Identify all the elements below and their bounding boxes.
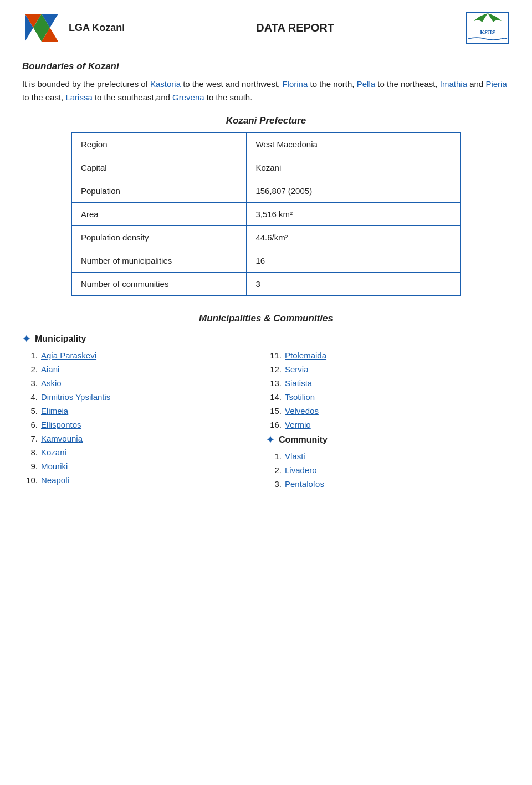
table-row: RegionWest Macedonia <box>71 132 461 156</box>
table-value: Kozani <box>247 156 461 179</box>
municipality-link[interactable]: Kozani <box>41 448 66 457</box>
list-item: 3.Askio <box>22 378 266 388</box>
list-item: 10.Neapoli <box>22 475 266 485</box>
community-header-label: Community <box>279 435 328 445</box>
table-label: Population <box>71 179 247 203</box>
list-item: 5.Elimeia <box>22 406 266 415</box>
municipality-header: ✦ Municipality <box>22 333 510 345</box>
org-name: LGA Kozani <box>69 22 125 34</box>
intro-text: It is bounded by the prefectures of Kast… <box>22 78 510 104</box>
logo-right-icon: κεπε <box>466 11 510 44</box>
table-row: Number of municipalities16 <box>71 249 461 273</box>
table-row: CapitalKozani <box>71 156 461 179</box>
list-num: 2. <box>22 365 38 374</box>
table-label: Population density <box>71 226 247 249</box>
right-column: 11.Ptolemaida12.Servia13.Siatista14.Tsot… <box>266 351 510 493</box>
link-pieria[interactable]: Pieria <box>485 79 507 89</box>
report-title: DATA REPORT <box>256 22 334 34</box>
table-row: Population density44.6/km² <box>71 226 461 249</box>
list-num: 4. <box>22 392 38 402</box>
municipality-link[interactable]: Kamvounia <box>41 434 83 443</box>
list-item: 12.Servia <box>266 365 510 374</box>
logo-left-icon <box>22 11 61 44</box>
municipality-link[interactable]: Neapoli <box>41 475 69 485</box>
municipality-link[interactable]: Askio <box>41 378 62 388</box>
list-num: 3. <box>266 479 282 489</box>
list-num: 14. <box>266 392 282 402</box>
link-kastoria[interactable]: Kastoria <box>150 79 181 89</box>
table-section: Kozani Prefecture RegionWest MacedoniaCa… <box>22 115 510 296</box>
list-num: 2. <box>266 465 282 475</box>
table-label: Capital <box>71 156 247 179</box>
list-item: 3.Pentalofos <box>266 479 510 489</box>
municipality-link[interactable]: Ptolemaida <box>285 351 326 360</box>
list-num: 13. <box>266 378 282 388</box>
left-column: 1.Agia Paraskevi2.Aiani3.Askio4.Dimitrio… <box>22 351 266 493</box>
table-row: Area3,516 km² <box>71 203 461 226</box>
list-num: 12. <box>266 365 282 374</box>
municipality-link[interactable]: Dimitrios Ypsilantis <box>41 392 110 402</box>
community-link[interactable]: Vlasti <box>285 451 305 461</box>
list-item: 9.Mouriki <box>22 461 266 471</box>
list-num: 3. <box>22 378 38 388</box>
list-item: 2.Livadero <box>266 465 510 475</box>
list-num: 1. <box>266 451 282 461</box>
municipality-link[interactable]: Mouriki <box>41 461 68 471</box>
link-pella[interactable]: Pella <box>357 79 375 89</box>
list-num: 8. <box>22 448 38 457</box>
community-link[interactable]: Livadero <box>285 465 317 475</box>
list-item: 15.Velvedos <box>266 406 510 415</box>
list-num: 6. <box>22 420 38 429</box>
list-num: 16. <box>266 420 282 429</box>
list-item: 11.Ptolemaida <box>266 351 510 360</box>
list-item: 2.Aiani <box>22 365 266 374</box>
table-label: Region <box>71 132 247 156</box>
table-label: Number of municipalities <box>71 249 247 273</box>
table-value: 44.6/km² <box>247 226 461 249</box>
link-grevena[interactable]: Grevena <box>172 93 204 102</box>
municipality-link[interactable]: Tsotilion <box>285 392 315 402</box>
municipality-link[interactable]: Aiani <box>41 365 59 374</box>
municipality-link[interactable]: Servia <box>285 365 309 374</box>
municipality-link[interactable]: Vermio <box>285 420 311 429</box>
list-item: 14.Tsotilion <box>266 392 510 402</box>
header-center: DATA REPORT <box>125 22 466 34</box>
list-item: 13.Siatista <box>266 378 510 388</box>
list-item: 6.Ellispontos <box>22 420 266 429</box>
municipality-link[interactable]: Velvedos <box>285 406 319 415</box>
table-value: 3 <box>247 273 461 296</box>
municipality-link[interactable]: Elimeia <box>41 406 68 415</box>
list-num: 7. <box>22 434 38 443</box>
table-value: 16 <box>247 249 461 273</box>
link-larissa[interactable]: Larissa <box>65 93 92 102</box>
header-left: LGA Kozani <box>22 11 125 44</box>
municipality-link[interactable]: Agia Paraskevi <box>41 351 96 360</box>
link-imathia[interactable]: Imathia <box>440 79 467 89</box>
table-label: Area <box>71 203 247 226</box>
table-row: Population156,807 (2005) <box>71 179 461 203</box>
list-num: 5. <box>22 406 38 415</box>
list-item: 16.Vermio <box>266 420 510 429</box>
page-header: LGA Kozani DATA REPORT κεπε <box>22 11 510 44</box>
diamond-icon: ✦ <box>22 333 30 345</box>
municipality-link[interactable]: Ellispontos <box>41 420 81 429</box>
community-header: ✦Community <box>266 434 510 446</box>
link-florina[interactable]: Florina <box>282 79 308 89</box>
list-item: 4.Dimitrios Ypsilantis <box>22 392 266 402</box>
list-num: 1. <box>22 351 38 360</box>
boundaries-section: Boundaries of Kozani It is bounded by th… <box>22 61 510 104</box>
table-title: Kozani Prefecture <box>22 115 510 126</box>
municipalities-title: Municipalities & Communities <box>22 313 510 324</box>
list-num: 9. <box>22 461 38 471</box>
list-item: 1.Agia Paraskevi <box>22 351 266 360</box>
info-table: RegionWest MacedoniaCapitalKozaniPopulat… <box>71 132 461 296</box>
list-item: 8.Kozani <box>22 448 266 457</box>
municipality-link[interactable]: Siatista <box>285 378 312 388</box>
table-label: Number of communities <box>71 273 247 296</box>
community-link[interactable]: Pentalofos <box>285 479 324 489</box>
table-value: West Macedonia <box>247 132 461 156</box>
list-item: 7.Kamvounia <box>22 434 266 443</box>
svg-text:κεπε: κεπε <box>480 28 495 36</box>
list-num: 15. <box>266 406 282 415</box>
list-num: 11. <box>266 351 282 360</box>
